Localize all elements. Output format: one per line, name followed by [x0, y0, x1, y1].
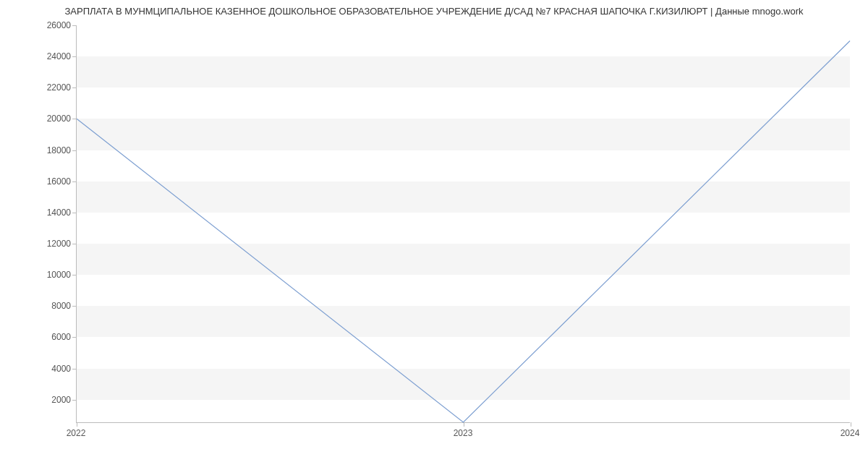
y-tick-label: 6000 [6, 332, 71, 342]
y-tick-mark [72, 56, 77, 57]
y-tick-mark [72, 87, 77, 88]
y-tick-label: 10000 [6, 270, 71, 280]
y-tick-label: 26000 [6, 20, 71, 30]
y-tick-label: 22000 [6, 82, 71, 93]
x-tick-mark [464, 422, 464, 427]
y-tick-mark [72, 337, 77, 338]
y-tick-label: 12000 [6, 239, 71, 249]
x-tick-label: 2022 [67, 428, 86, 438]
data-series-line [77, 41, 850, 422]
y-tick-mark [72, 213, 77, 213]
y-tick-label: 4000 [6, 364, 71, 374]
y-tick-mark [72, 25, 77, 26]
y-tick-label: 24000 [6, 51, 71, 61]
y-tick-label: 2000 [6, 395, 71, 405]
y-tick-mark [72, 306, 77, 307]
y-tick-mark [72, 400, 77, 401]
chart-title: ЗАРПЛАТА В МУНМЦИПАЛЬНОЕ КАЗЕННОЕ ДОШКОЛ… [0, 6, 868, 17]
x-tick-label: 2023 [454, 428, 473, 438]
y-tick-label: 14000 [6, 208, 71, 218]
y-tick-mark [72, 119, 77, 119]
y-tick-mark [72, 369, 77, 369]
plot-area [76, 25, 850, 423]
y-tick-mark [72, 275, 77, 275]
y-tick-label: 18000 [6, 145, 71, 155]
chart-container: ЗАРПЛАТА В МУНМЦИПАЛЬНОЕ КАЗЕННОЕ ДОШКОЛ… [0, 0, 868, 470]
line-layer [77, 25, 850, 422]
y-tick-mark [72, 181, 77, 182]
x-tick-label: 2024 [841, 428, 860, 438]
y-tick-mark [72, 150, 77, 151]
y-tick-label: 16000 [6, 176, 71, 187]
y-tick-label: 8000 [6, 301, 71, 311]
x-tick-mark [851, 422, 851, 427]
y-tick-mark [72, 244, 77, 244]
y-tick-label: 20000 [6, 114, 71, 124]
x-tick-mark [77, 422, 77, 427]
